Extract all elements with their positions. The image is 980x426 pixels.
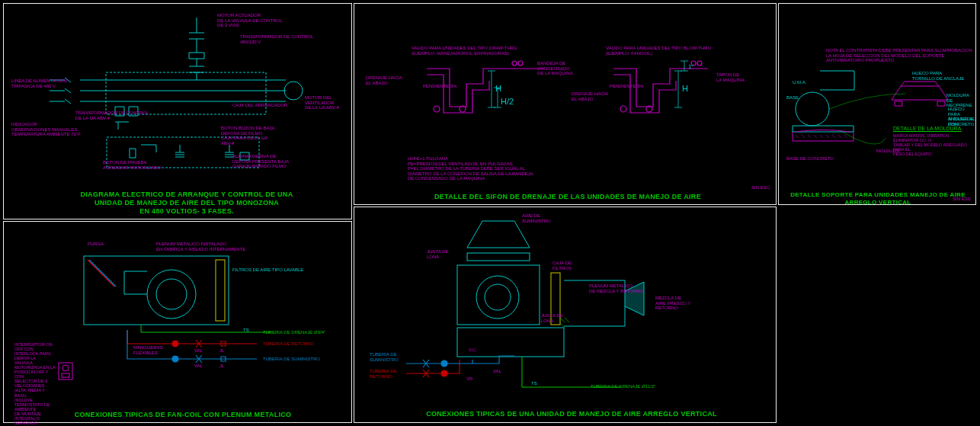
label-plug: TAPON DELA MAQUINA [716, 72, 745, 82]
svg-rect-25 [467, 253, 530, 261]
svg-point-18 [156, 279, 187, 309]
label-supply-pipe-v: TUBERIA DESUMINISTRO [370, 352, 399, 362]
note-support: NOTA EL CONTRATISTA DEBE PRESENTAR PARA … [826, 48, 972, 63]
svg-point-20 [172, 341, 178, 347]
label-filter-box: CAJA DEFILTROS [552, 261, 572, 271]
svg-rect-1 [106, 72, 266, 114]
label-starter-box: CAJA DEL ARRANCADOR [232, 103, 287, 108]
svg-point-28 [485, 284, 511, 310]
svg-point-0 [284, 82, 303, 100]
svg-text:H/2: H/2 [501, 97, 514, 106]
siphon-schematic: H H/2 H 1" [354, 4, 777, 164]
label-valve-motor: MOTOR ACTUADORDE LA VALVULA DE CONTROLDE… [217, 13, 282, 28]
label-val2: VAL [194, 364, 203, 369]
label-jl1: JL [219, 348, 224, 354]
label-low-pressure: BOTON BUZON DE BAJADEFOSA DE FILMOCAJA P… [221, 126, 275, 146]
svg-text:H: H [495, 84, 501, 93]
label-canvas-joint: JUNTA DELONA [427, 249, 449, 259]
svg-rect-26 [457, 265, 540, 325]
label-alarm: ALARMA DERIVA DEDEFOSA PRESENTA BAJAGARA… [232, 154, 289, 169]
label-plenum: PLENUM METALICO INSTALADOEN FABRICA Y AI… [156, 242, 245, 251]
label-transformer: TRANSFORMADOR DE CONTROL480/120 V [240, 34, 313, 44]
label-drain-pipe-v: TUBERIA DE DRENAJE Ø11/2" [591, 384, 656, 389]
label-indicator: INDICADOROBSERVACIONES MANUALESTEMPERATU… [11, 122, 81, 137]
label-purge: PURGA [88, 242, 104, 247]
svg-point-8 [697, 61, 702, 66]
panel-title-fancoil: CONEXIONES TIPICAS DE FAN-COIL CON PLENU… [57, 411, 309, 419]
scale-siphon: SIN ESC [751, 185, 770, 191]
panel-title-support: DETALLE SOPORTE PARA UNIDADES MANEJO DE … [783, 191, 973, 206]
svg-point-15 [796, 92, 829, 126]
label-return-pipe: TUBERIA DE RETORNO [263, 341, 314, 347]
svg-point-27 [476, 276, 519, 319]
svg-point-21 [172, 356, 178, 362]
label-vr: VR [466, 376, 472, 382]
label-concrete-base: BASE DE CONCRETO [786, 156, 834, 162]
label-base: BASE [786, 95, 799, 101]
label-val1: VAL [194, 348, 203, 354]
label-uma: U.M.A. [793, 80, 806, 85]
label-anchor-hole: HUECO PARATORNILLO DE ANCLAJE [912, 71, 964, 81]
scale-support: SIN ESC [953, 197, 971, 202]
label-blow-thru: VALIDO PARA UNIDADES DEL TIPO BLOW-THRU(… [606, 46, 711, 56]
label-drain-down2: DRENAJE HACIAEL ABAJO [572, 91, 608, 101]
label-supply-pipe: TUBERIA DE SUMINISTRO [263, 357, 320, 362]
ahu-schematic [354, 207, 777, 405]
label-drain-pipe: TUBERIA DE DRENAJE Ø3/4" [263, 330, 325, 335]
svg-text:H: H [682, 84, 688, 93]
label-power-line: LINEA DE ALIMENTACIONTRIFASICA DE 480 V [11, 78, 67, 88]
svg-point-9 [620, 106, 626, 112]
label-filters: FILTROS DE AIRE TIPO LAVABLE [232, 267, 303, 273]
label-test-button: BOTON DE PRUEBAACTUADOR MOTORIZADO [103, 160, 161, 170]
svg-point-3 [512, 61, 517, 66]
svg-rect-16 [84, 256, 229, 325]
label-ts: TS [243, 328, 249, 333]
label-slope2: PENDIENTE 5% [610, 84, 644, 89]
label-air-mix: MEZCLA DEAIRE FRESCO YRETORNO [655, 296, 690, 311]
svg-point-32 [441, 360, 447, 367]
panel-title-siphon: DETALLE DEL SIFON DE DRENAJE DE LAS UNID… [370, 193, 766, 201]
label-val-v: VAL [493, 369, 501, 374]
panel-support-detail: NOTA EL CONTRATISTA DEBE PRESENTAR PARA … [778, 3, 976, 205]
panel-fancoil-connections: PURGA PLENUM METALICO INSTALADOEN FABRIC… [3, 221, 352, 423]
subnote-moldura: MARCA MASON, VIBRATION ELIMINATOR CO. OS… [893, 133, 975, 156]
label-mixing-plenum: PLENUM METALICODE MEZCLA Y RETORNO [589, 283, 643, 293]
label-canvas-joint2: JUNTA DELONA [541, 313, 563, 323]
label-drain-down: DRENAJE HACIAEL ABAJO [366, 75, 402, 85]
svg-point-23 [62, 365, 69, 371]
panel-siphon-detail: H H/2 H 1" VALIDO PARA UNIDADES DEL TIPO… [354, 3, 777, 205]
svg-rect-24 [62, 373, 69, 377]
svg-rect-19 [216, 260, 225, 321]
label-condensate-tray: BANDEJA DECONDENSADODE LA MAQUINA [537, 61, 575, 76]
label-jl2: JL [219, 364, 224, 369]
subtitle-moldura: DETALLE DE LA MOLDURA [893, 126, 961, 132]
svg-text:1": 1" [688, 63, 693, 70]
panel-electrical-diagram: LINEA DE ALIMENTACIONTRIFASICA DE 480 V … [3, 3, 352, 219]
panel-title-electrical: DIAGRAMA ELECTRICO DE ARRANQUE Y CONTROL… [72, 191, 301, 215]
label-fan-motor: MOTOR DEL VENTILADORDE LA UA ABV-# [305, 95, 351, 111]
label-neoprene: MOLDURA DE NEOPRENE [946, 93, 975, 108]
label-control-transformer: TRANSFORMADOR DE CONTROLDE LA UA ABV-# [75, 111, 149, 120]
label-switch: INTERRUPTOR ON-OFF CONINTERLOCK PARA DER… [14, 342, 56, 425]
formula-siphon: H=PE+1 PULGADAPE=PRESION DEL VENTILADOR,… [408, 156, 533, 181]
label-slope: PENDIENTE 5% [423, 84, 457, 89]
svg-point-31 [441, 370, 447, 376]
svg-point-5 [434, 106, 440, 112]
label-hoses: MANGUERASFLEXIBLES [133, 345, 163, 355]
label-vc: V.C. [469, 348, 477, 353]
svg-point-4 [518, 61, 523, 66]
panel-ahu-vertical: AIRE DESUMINISTRO JUNTA DELONA CAJA DEFI… [354, 207, 777, 423]
label-draw-thru: VALIDO PARA UNIDADES DEL TIPO DRAW-THRU(… [412, 46, 517, 56]
panel-title-ahu-vertical: CONEXIONES TIPICAS DE UNA UNIDAD DE MANE… [396, 410, 747, 418]
label-return-pipe-v: TUBERIA DERETORNO [370, 369, 397, 379]
electrical-schematic [4, 4, 353, 187]
label-ts-v: TS [531, 381, 537, 386]
label-supply-air: AIRE DESUMINISTRO [522, 213, 551, 223]
svg-point-17 [147, 270, 196, 319]
